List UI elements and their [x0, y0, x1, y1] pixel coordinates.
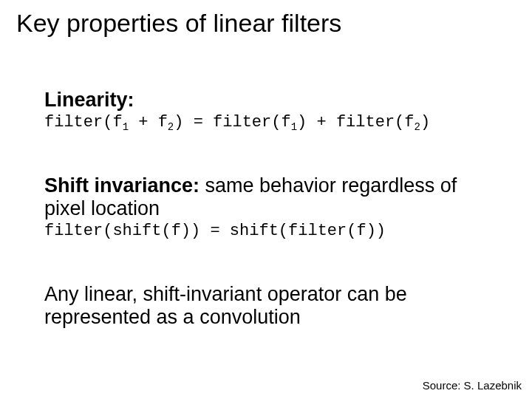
conclusion-text: Any linear, shift-invariant operator can… [44, 283, 502, 329]
eq-sub: 2 [415, 121, 420, 133]
source-credit: Source: S. Lazebnik [423, 379, 522, 392]
slide-body: Linearity: filter(f1 + f2) = filter(f1) … [44, 89, 502, 329]
eq-text: ) = filter(f [174, 113, 290, 132]
shift-invariance-block: Shift invariance: same behavior regardle… [44, 174, 502, 240]
eq-sub: 2 [168, 121, 174, 133]
eq-text: + f [129, 113, 168, 132]
linearity-heading: Linearity: [44, 89, 502, 112]
eq-text: filter(f [44, 113, 123, 132]
linearity-equation: filter(f1 + f2) = filter(f1) + filter(f2… [44, 113, 502, 132]
eq-sub: 1 [291, 121, 297, 133]
linearity-block: Linearity: filter(f1 + f2) = filter(f1) … [44, 89, 502, 132]
shift-equation: filter(shift(f)) = shift(filter(f)) [44, 222, 502, 240]
slide: Key properties of linear filters Lineari… [0, 0, 532, 399]
eq-text: ) [420, 113, 430, 132]
eq-text: ) + filter(f [297, 113, 414, 132]
eq-sub: 1 [123, 121, 129, 133]
slide-title: Key properties of linear filters [16, 9, 341, 38]
shift-heading-bold: Shift invariance: [44, 174, 200, 197]
shift-heading: Shift invariance: same behavior regardle… [44, 174, 502, 220]
